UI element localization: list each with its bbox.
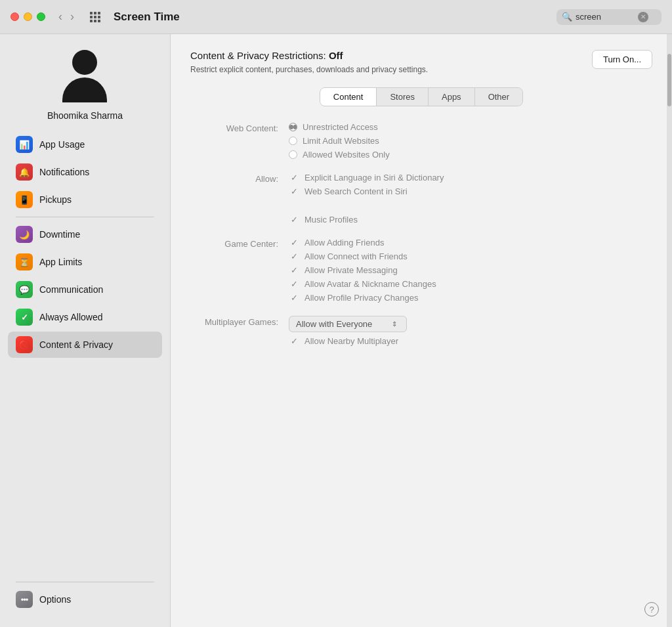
sidebar-item-label: App Limits bbox=[39, 257, 82, 267]
radio-limit-adult-btn[interactable] bbox=[289, 137, 297, 145]
tab-stores[interactable]: Stores bbox=[377, 88, 429, 106]
window-title: Screen Time bbox=[114, 11, 549, 24]
allow-label: Allow: bbox=[190, 173, 289, 184]
allow-adding-friends: ✓ Allow Adding Friends bbox=[289, 238, 436, 248]
checkmark-icon: ✓ bbox=[289, 336, 299, 346]
forward-button[interactable]: › bbox=[68, 9, 77, 25]
sidebar-item-app-usage[interactable]: 📊 App Usage bbox=[8, 131, 162, 158]
sidebar-item-downtime[interactable]: 🌙 Downtime bbox=[8, 221, 162, 248]
sidebar-item-notifications[interactable]: 🔔 Notifications bbox=[8, 159, 162, 185]
option-label: Allow Profile Privacy Changes bbox=[304, 293, 418, 303]
titlebar: ‹ › Screen Time 🔍 ✕ bbox=[0, 0, 672, 34]
checkmark-icon: ✓ bbox=[289, 173, 299, 183]
sidebar-item-communication[interactable]: 💬 Communication bbox=[8, 276, 162, 303]
search-clear-button[interactable]: ✕ bbox=[638, 12, 648, 22]
tabs-container: Content Stores Apps Other bbox=[190, 87, 652, 106]
game-center-row: Game Center: ✓ Allow Adding Friends ✓ Al… bbox=[190, 238, 652, 303]
option-label: Music Profiles bbox=[304, 215, 358, 225]
option-label: Unrestricted Access bbox=[303, 122, 378, 132]
sidebar-item-app-limits[interactable]: ⏳ App Limits bbox=[8, 249, 162, 275]
always-allowed-icon: ✓ bbox=[16, 309, 33, 326]
fullscreen-button[interactable] bbox=[37, 12, 45, 21]
web-content-options: Unrestricted Access Limit Adult Websites… bbox=[289, 122, 390, 160]
nav-arrows: ‹ › bbox=[56, 9, 77, 25]
sidebar-item-pickups[interactable]: 📱 Pickups bbox=[8, 186, 162, 213]
search-input[interactable] bbox=[576, 12, 635, 22]
allow-connect-friends: ✓ Allow Connect with Friends bbox=[289, 251, 436, 261]
radio-limit-adult[interactable]: Limit Adult Websites bbox=[289, 136, 390, 146]
content-header: Content & Privacy Restrictions: Off Rest… bbox=[190, 50, 652, 74]
search-bar: 🔍 ✕ bbox=[556, 9, 662, 25]
options-icon: ••• bbox=[16, 591, 33, 608]
header-text: Content & Privacy Restrictions: Off Rest… bbox=[190, 50, 428, 74]
avatar bbox=[58, 50, 111, 102]
sidebar-item-label: Content & Privacy bbox=[39, 339, 113, 350]
radio-unrestricted-btn[interactable] bbox=[289, 123, 297, 131]
avatar-head bbox=[72, 50, 97, 75]
sidebar-divider bbox=[16, 217, 154, 217]
multiplayer-dropdown[interactable]: Allow with Everyone ⇕ bbox=[289, 316, 407, 332]
multiplayer-options: Allow with Everyone ⇕ ✓ Allow Nearby Mul… bbox=[289, 316, 407, 346]
turn-on-button[interactable]: Turn On... bbox=[592, 50, 652, 69]
main-layout: Bhoomika Sharma 📊 App Usage 🔔 Notificati… bbox=[0, 34, 672, 627]
notifications-icon: 🔔 bbox=[16, 163, 33, 181]
sidebar-item-options[interactable]: ••• Options bbox=[8, 586, 162, 613]
back-button[interactable]: ‹ bbox=[56, 9, 65, 25]
radio-unrestricted[interactable]: Unrestricted Access bbox=[289, 122, 390, 132]
dropdown-arrow-icon: ⇕ bbox=[392, 320, 397, 328]
sidebar-item-label: App Usage bbox=[39, 139, 85, 150]
option-label: Allow Private Messaging bbox=[304, 265, 398, 275]
traffic-lights bbox=[10, 12, 45, 21]
allow-options: ✓ Explicit Language in Siri & Dictionary… bbox=[289, 173, 444, 225]
restrictions-title: Content & Privacy Restrictions: Off bbox=[190, 50, 428, 61]
multiplayer-dropdown-row: Allow with Everyone ⇕ bbox=[289, 316, 407, 332]
pickups-icon: 📱 bbox=[16, 191, 33, 208]
help-button[interactable]: ? bbox=[644, 602, 659, 616]
option-label: Allow Connect with Friends bbox=[304, 251, 408, 261]
content-privacy-icon: 🚫 bbox=[16, 336, 33, 353]
scrollbar[interactable] bbox=[667, 34, 672, 627]
allow-section: Allow: ✓ Explicit Language in Siri & Dic… bbox=[190, 173, 652, 225]
game-center-section: Game Center: ✓ Allow Adding Friends ✓ Al… bbox=[190, 238, 652, 303]
sidebar-item-label: Downtime bbox=[39, 229, 80, 240]
checkmark-icon: ✓ bbox=[289, 238, 299, 248]
tab-content[interactable]: Content bbox=[320, 88, 377, 106]
allow-music-profiles: ✓ Music Profiles bbox=[289, 215, 444, 225]
app-grid-icon[interactable] bbox=[90, 12, 100, 22]
sidebar-item-label: Notifications bbox=[39, 167, 89, 177]
minimize-button[interactable] bbox=[24, 12, 32, 21]
option-label: Allowed Websites Only bbox=[303, 150, 390, 160]
allow-nearby-multiplayer: ✓ Allow Nearby Multiplayer bbox=[289, 336, 407, 346]
allow-row: Allow: ✓ Explicit Language in Siri & Dic… bbox=[190, 173, 652, 225]
allow-avatar-nickname: ✓ Allow Avatar & Nickname Changes bbox=[289, 279, 436, 289]
sidebar-divider-bottom bbox=[16, 582, 154, 582]
sidebar-item-label: Options bbox=[39, 594, 71, 605]
sidebar-item-always-allowed[interactable]: ✓ Always Allowed bbox=[8, 304, 162, 330]
avatar-body bbox=[62, 77, 107, 102]
option-label: Allow Avatar & Nickname Changes bbox=[304, 279, 436, 289]
sidebar-nav: 📊 App Usage 🔔 Notifications 📱 Pickups bbox=[0, 131, 170, 359]
radio-allowed-only[interactable]: Allowed Websites Only bbox=[289, 150, 390, 160]
restrictions-subtitle: Restrict explicit content, purchases, do… bbox=[190, 65, 428, 74]
option-label: Limit Adult Websites bbox=[303, 136, 379, 146]
user-name: Bhoomika Sharma bbox=[47, 110, 123, 121]
tab-apps[interactable]: Apps bbox=[429, 88, 475, 106]
radio-allowed-only-btn[interactable] bbox=[289, 150, 297, 159]
dropdown-value: Allow with Everyone bbox=[296, 319, 372, 329]
checkmark-icon: ✓ bbox=[289, 251, 299, 261]
user-profile: Bhoomika Sharma bbox=[47, 50, 123, 121]
communication-icon: 💬 bbox=[16, 281, 33, 298]
tab-other[interactable]: Other bbox=[475, 88, 523, 106]
web-content-row: Web Content: Unrestricted Access Limit A… bbox=[190, 122, 652, 160]
allow-explicit-siri: ✓ Explicit Language in Siri & Dictionary bbox=[289, 173, 444, 183]
multiplayer-section: Multiplayer Games: Allow with Everyone ⇕… bbox=[190, 316, 652, 346]
game-center-options: ✓ Allow Adding Friends ✓ Allow Connect w… bbox=[289, 238, 436, 303]
close-button[interactable] bbox=[10, 12, 19, 21]
scrollbar-thumb[interactable] bbox=[667, 54, 671, 106]
sidebar-item-content-privacy[interactable]: 🚫 Content & Privacy bbox=[8, 332, 162, 358]
content-panel: Content & Privacy Restrictions: Off Rest… bbox=[171, 34, 672, 627]
game-center-label: Game Center: bbox=[190, 238, 289, 249]
multiplayer-label: Multiplayer Games: bbox=[190, 316, 289, 327]
downtime-icon: 🌙 bbox=[16, 226, 33, 243]
search-icon: 🔍 bbox=[562, 12, 572, 22]
